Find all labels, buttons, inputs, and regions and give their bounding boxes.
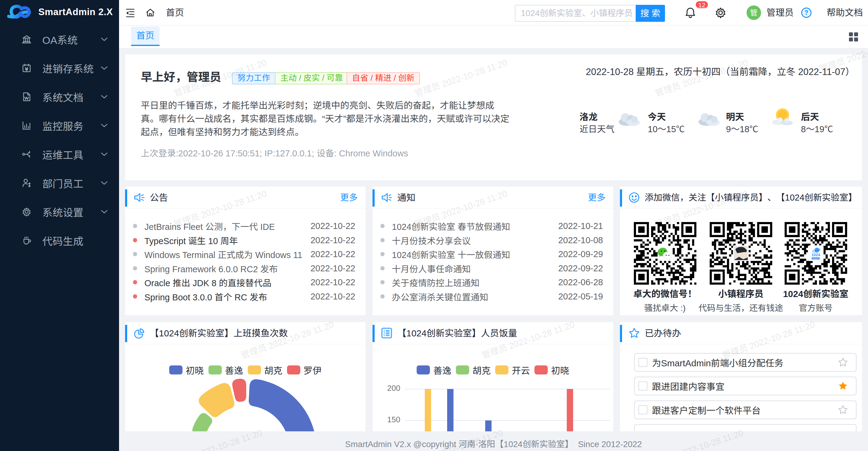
svg-text:1024: 1024 [811, 253, 820, 257]
svg-text:?: ? [804, 9, 808, 16]
svg-text:innovation lab: innovation lab [811, 258, 821, 259]
